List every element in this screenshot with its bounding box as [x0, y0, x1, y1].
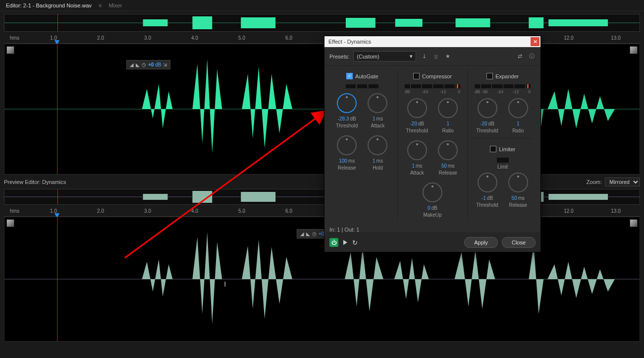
- tab-mixer[interactable]: Mixer: [105, 1, 126, 10]
- delete-preset-icon[interactable]: 🗑: [432, 53, 440, 60]
- time-ruler-top[interactable]: hms 1.0 2.0 3.0 4.0 5.0 6.0 12.0 13.0: [4, 34, 640, 44]
- overview-waveform: [4, 14, 640, 31]
- exp-ratio-knob[interactable]: [508, 98, 528, 118]
- zoom-select[interactable]: Mirrored: [605, 178, 640, 186]
- loop-button[interactable]: ↻: [352, 239, 358, 246]
- svg-rect-13: [192, 191, 212, 203]
- preview-overview[interactable]: [4, 189, 640, 205]
- save-preset-icon[interactable]: ⤓: [420, 53, 428, 60]
- autogate-release-knob[interactable]: [337, 135, 357, 155]
- preset-dropdown[interactable]: (Custom)▾: [353, 51, 416, 61]
- dialog-title: Effect - Dynamics: [328, 39, 371, 45]
- autogate-attack-knob[interactable]: [368, 93, 387, 113]
- time-ruler-preview[interactable]: hms 1.0 2.0 3.0 4.0 5.0 6.0 12.0 13.0: [4, 207, 640, 217]
- ruler-unit: hms: [10, 35, 19, 41]
- expander-checkbox[interactable]: [486, 73, 493, 79]
- comp-release-knob[interactable]: [438, 140, 458, 160]
- effect-dialog: Effect - Dynamics ✕ Presets: (Custom)▾ ⤓…: [324, 36, 541, 252]
- limiter-checkbox[interactable]: [490, 146, 496, 152]
- autogate-threshold-knob[interactable]: [337, 93, 357, 113]
- preview-waveform-panel[interactable]: ◢ ◣ ◷ +0 I: [4, 217, 640, 342]
- preview-waveform: I: [4, 217, 640, 341]
- tab-editor[interactable]: Editor: 2-1 - Background Noise.wav: [2, 1, 96, 10]
- compressor-checkbox[interactable]: [413, 73, 420, 79]
- section-expander: Expander dB -36-24-120 -20dBThreshold 1R…: [468, 69, 537, 220]
- channel-map-icon[interactable]: ⇄: [516, 53, 524, 60]
- section-compressor: Compressor dB-24-120 -20dBThreshold 1Rat…: [398, 69, 468, 220]
- zoom-label: Zoom:: [587, 179, 602, 185]
- exp-threshold-knob[interactable]: [478, 98, 497, 118]
- svg-rect-2: [192, 16, 212, 29]
- comp-makeup-knob[interactable]: [423, 182, 442, 202]
- svg-rect-6: [456, 18, 490, 27]
- svg-rect-14: [241, 192, 275, 202]
- comp-ratio-knob[interactable]: [438, 98, 458, 118]
- svg-rect-4: [346, 18, 376, 28]
- tab-menu-icon[interactable]: ≡: [99, 2, 102, 8]
- gate-state-leds: [331, 84, 393, 88]
- svg-rect-12: [143, 194, 168, 200]
- main-waveform: [4, 44, 640, 174]
- close-button[interactable]: Close: [502, 237, 536, 248]
- svg-rect-1: [143, 19, 168, 26]
- svg-rect-8: [548, 19, 608, 26]
- limiter-led: [497, 158, 509, 163]
- chevron-down-icon: ▾: [410, 53, 413, 60]
- overview-playhead[interactable]: [57, 14, 58, 31]
- comp-attack-knob[interactable]: [407, 140, 427, 160]
- text-cursor-icon: I: [224, 280, 226, 288]
- preview-playhead[interactable]: [57, 189, 58, 204]
- compressor-meter: [405, 84, 461, 88]
- apply-button[interactable]: Apply: [464, 237, 498, 248]
- preview-title: Preview Editor: Dynamics: [4, 179, 66, 185]
- lim-threshold-knob[interactable]: [478, 173, 497, 192]
- svg-rect-5: [395, 19, 423, 27]
- lim-release-knob[interactable]: [508, 173, 528, 192]
- autogate-hold-knob[interactable]: [368, 135, 387, 155]
- favorite-icon[interactable]: ★: [444, 53, 452, 60]
- preview-play-button[interactable]: [343, 240, 347, 245]
- io-info: In: 1 | Out: 1: [329, 227, 536, 233]
- main-waveform-panel[interactable]: ◢ ◣ ◷ +0 dB ⇲: [4, 44, 640, 175]
- close-icon[interactable]: ✕: [531, 37, 539, 46]
- expander-meter: [475, 84, 531, 88]
- svg-rect-19: [548, 194, 608, 200]
- comp-threshold-knob[interactable]: [407, 98, 427, 118]
- svg-rect-7: [529, 17, 543, 28]
- top-tab-bar: Editor: 2-1 - Background Noise.wav ≡ Mix…: [0, 0, 644, 11]
- dialog-titlebar[interactable]: Effect - Dynamics ✕: [324, 36, 540, 47]
- presets-label: Presets:: [329, 54, 349, 60]
- autogate-checkbox[interactable]: [346, 73, 353, 79]
- power-button[interactable]: ⏻: [329, 238, 338, 247]
- info-icon[interactable]: ⓘ: [528, 53, 536, 60]
- section-autogate: AutoGate -28.3dBThreshold 1msAttack 100m…: [327, 69, 398, 220]
- overview-timeline[interactable]: [4, 14, 640, 32]
- svg-rect-3: [241, 17, 275, 28]
- preview-header: Preview Editor: Dynamics Zoom: Mirrored: [4, 178, 640, 186]
- preview-mini-wave: [4, 189, 640, 204]
